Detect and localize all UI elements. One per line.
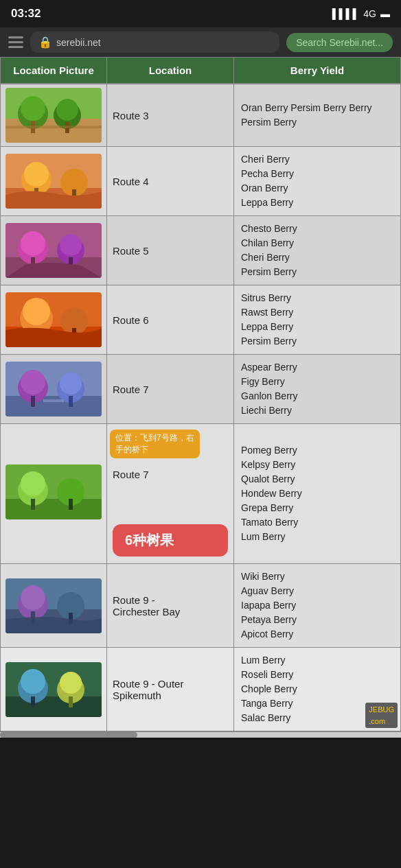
location-name: Route 6	[107, 285, 234, 354]
hamburger-menu[interactable]	[8, 36, 23, 48]
location-name: Route 9 -Circhester Bay	[107, 564, 234, 647]
svg-rect-44	[31, 499, 35, 510]
scene-route4	[5, 154, 102, 209]
svg-point-57	[21, 669, 45, 694]
svg-point-37	[60, 373, 82, 395]
berry-yield: Lum BerryRoseli BerryChople BerryTanga B…	[234, 648, 400, 731]
battery-icon: ▬	[380, 8, 390, 19]
svg-rect-8	[5, 126, 102, 128]
berry-yield: Oran Berry Persim Berry Berry Persim Ber…	[234, 84, 400, 146]
signal-icon: ▌▌▌▌	[332, 8, 360, 19]
svg-rect-46	[69, 499, 73, 510]
scrollbar[interactable]	[0, 732, 401, 738]
scene-route9a	[5, 578, 102, 633]
svg-point-22	[60, 234, 82, 256]
berry-yield: Aspear BerryFigy BerryGanlon BerryLiechi…	[234, 355, 400, 423]
svg-point-27	[23, 298, 50, 325]
scene-route3	[5, 88, 102, 143]
location-name: Route 3	[107, 84, 234, 146]
location-image-cell	[1, 285, 107, 354]
svg-rect-55	[5, 696, 102, 717]
svg-point-12	[24, 162, 49, 187]
svg-rect-35	[31, 396, 35, 407]
scene-route9b	[5, 662, 102, 717]
berry-yield: Cheri BerryPecha BerryOran BerryLeppa Be…	[234, 147, 400, 215]
table-row: Route 7 Aspear BerryFigy BerryGanlon Ber…	[1, 355, 400, 424]
table-row: Route 6 Sitrus BerryRawst BerryLeppa Ber…	[1, 285, 400, 355]
svg-point-50	[21, 585, 45, 610]
location-image-cell	[1, 648, 107, 731]
table-header: Location Picture Location Berry Yield	[1, 58, 400, 84]
lock-icon: 🔒	[38, 36, 52, 49]
network-label: 4G	[363, 8, 376, 19]
table-row: Route 9 -Circhester Bay Wiki BerryAguav …	[1, 564, 400, 648]
tooltip-badge: 位置：飞到7号路，右手的桥下	[110, 430, 200, 458]
table-row: Route 4 Cheri BerryPecha BerryOran Berry…	[1, 147, 400, 216]
table-row-special: 位置：飞到7号路，右手的桥下 Route 7 6种树果 Pomeg BerryK…	[1, 424, 400, 564]
scene-route5	[5, 223, 102, 278]
berry-table: Location Picture Location Berry Yield Ro…	[0, 57, 401, 732]
scene-route6	[5, 292, 102, 347]
location-name: Route 4	[107, 147, 234, 215]
location-image-cell	[1, 84, 107, 146]
header-picture: Location Picture	[1, 58, 107, 83]
scene-route7b	[5, 465, 102, 519]
svg-rect-58	[31, 696, 35, 707]
scrollbar-thumb[interactable]	[0, 732, 137, 738]
status-time: 03:32	[11, 7, 41, 21]
berry-yield: Chesto BerryChilan BerryCheri BerryPersi…	[234, 216, 400, 285]
berry-yield: Sitrus BerryRawst BerryLeppa BerryPersim…	[234, 285, 400, 354]
header-berry: Berry Yield	[234, 58, 400, 83]
svg-rect-38	[69, 396, 73, 407]
table-row: Route 5 Chesto BerryChilan BerryCheri Be…	[1, 216, 400, 285]
location-name: Route 5	[107, 216, 234, 285]
location-image-cell-special	[1, 424, 107, 563]
svg-point-3	[21, 96, 45, 121]
svg-point-34	[21, 370, 45, 395]
svg-point-19	[21, 231, 45, 256]
svg-rect-32	[5, 396, 102, 417]
location-name-special: 位置：飞到7号路，右手的桥下 Route 7 6种树果	[107, 424, 234, 563]
status-bar: 03:32 ▌▌▌▌ 4G ▬	[0, 0, 401, 27]
svg-point-43	[21, 471, 45, 496]
status-icons: ▌▌▌▌ 4G ▬	[332, 8, 390, 19]
table-row: Route 3 Oran Berry Persim Berry Berry Pe…	[1, 84, 400, 147]
location-image-cell	[1, 147, 107, 215]
browser-bar: 🔒 serebii.net Search Serebii.net...	[0, 27, 401, 57]
search-placeholder: Search Serebii.net...	[296, 37, 383, 48]
svg-point-6	[56, 99, 78, 121]
berry-yield: Wiki BerryAguav BerryIapapa BerryPetaya …	[234, 564, 400, 647]
watermark: JEBUG.com	[365, 703, 398, 728]
svg-rect-41	[5, 499, 102, 519]
search-bar[interactable]: Search Serebii.net...	[286, 33, 393, 52]
url-text: serebii.net	[56, 37, 101, 48]
svg-rect-1	[5, 119, 102, 143]
location-image-cell	[1, 216, 107, 285]
table-row: Route 9 - OuterSpikemuth Lum BerryRoseli…	[1, 648, 400, 731]
svg-point-60	[60, 672, 82, 694]
scene-route7a	[5, 362, 102, 417]
svg-rect-61	[69, 696, 73, 707]
svg-rect-39	[43, 399, 64, 402]
header-location: Location	[107, 58, 234, 83]
url-bar[interactable]: 🔒 serebii.net	[30, 32, 279, 53]
location-image-cell	[1, 355, 107, 423]
count-badge: 6种树果	[113, 524, 228, 556]
location-name: Route 7	[107, 355, 234, 423]
location-name: Route 9 - OuterSpikemuth	[107, 648, 234, 731]
location-image-cell	[1, 564, 107, 647]
berry-yield-special: Pomeg BerryKelpsy BerryQualot BerryHonde…	[234, 424, 400, 563]
